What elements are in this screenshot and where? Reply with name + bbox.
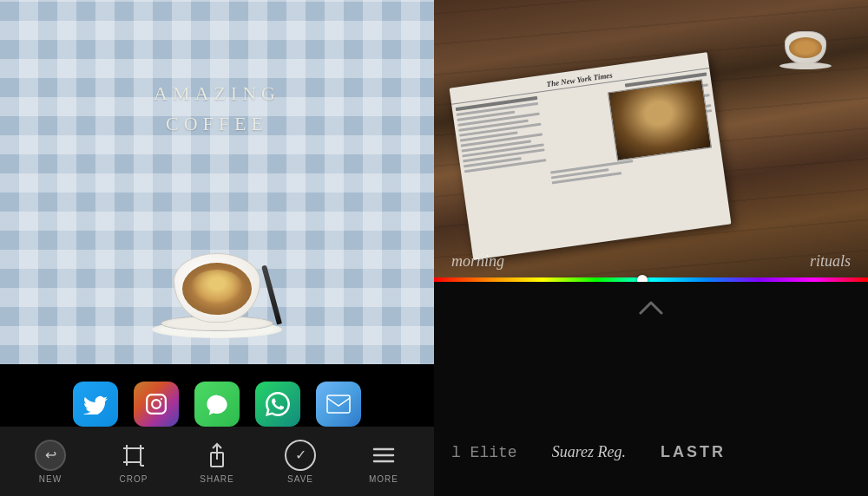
more-label: MORE	[369, 474, 398, 484]
share-button[interactable]: SHARE	[191, 440, 243, 484]
photo-text-line2: COFFEE	[0, 108, 434, 139]
crop-button[interactable]: CROP	[108, 440, 160, 484]
newspaper-photo: The New York Times	[434, 0, 868, 277]
right-cup-body	[785, 31, 826, 64]
font-carousel[interactable]: l Elite Suarez Reg. LASTR	[434, 443, 868, 461]
more-icon-wrap	[368, 440, 399, 471]
save-icon-wrap: ✓	[285, 440, 316, 471]
ios-icons-row	[0, 382, 434, 427]
coffee-photo: AMAZING COFFEE	[0, 0, 434, 364]
crop-icon-wrap	[118, 440, 149, 471]
chevron-up-icon[interactable]	[638, 299, 664, 321]
new-button[interactable]: ↩ NEW	[24, 440, 76, 484]
right-panel: The New York Times	[434, 0, 868, 496]
instagram-icon[interactable]	[134, 382, 179, 427]
new-icon-wrap: ↩	[35, 440, 66, 471]
svg-rect-0	[147, 395, 166, 414]
handwritten-left: morning	[451, 252, 504, 271]
left-toolbar: ↩ NEW	[0, 427, 434, 496]
font-item-elite[interactable]: l Elite	[451, 444, 517, 461]
right-cup-liquid	[789, 37, 822, 58]
svg-rect-3	[327, 395, 350, 413]
handwritten-right: rituals	[810, 252, 851, 271]
newspaper: The New York Times	[450, 52, 732, 260]
hamburger-icon	[372, 446, 395, 465]
font-item-lastr[interactable]: LASTR	[661, 443, 726, 461]
save-button[interactable]: ✓ SAVE	[274, 440, 326, 484]
back-arrow-icon: ↩	[35, 440, 66, 471]
share-icon	[206, 442, 228, 468]
handwritten-text: morning rituals	[434, 252, 868, 271]
save-label: SAVE	[287, 474, 313, 484]
crop-icon	[122, 443, 146, 467]
right-coffee-cup	[777, 13, 833, 69]
whatsapp-icon[interactable]	[255, 382, 300, 427]
right-cup-saucer	[779, 62, 832, 69]
messages-icon[interactable]	[194, 382, 240, 427]
new-label: NEW	[39, 474, 62, 484]
crop-label: CROP	[120, 474, 148, 484]
coffee-cup-illustration	[148, 199, 286, 338]
newspaper-col-2	[540, 84, 641, 237]
typography-panel: l Elite Suarez Reg. LASTR	[434, 282, 868, 496]
checkmark-icon: ✓	[285, 440, 316, 471]
mail-icon[interactable]	[316, 382, 361, 427]
font-item-suarez[interactable]: Suarez Reg.	[552, 443, 626, 461]
photo-text-overlay: AMAZING COFFEE	[0, 78, 434, 139]
app-container: AMAZING COFFEE	[0, 0, 868, 496]
newspaper-col-1	[456, 96, 557, 249]
latte-swirl	[191, 270, 243, 304]
svg-point-1	[152, 400, 161, 408]
svg-point-2	[161, 398, 162, 400]
share-icon-wrap	[201, 440, 233, 471]
photo-text-line1: AMAZING	[0, 78, 434, 108]
share-label: SHARE	[200, 474, 233, 484]
left-panel: AMAZING COFFEE	[0, 0, 434, 496]
more-button[interactable]: MORE	[358, 440, 410, 484]
twitter-icon[interactable]	[73, 382, 118, 427]
cup-body	[174, 253, 260, 323]
stylus	[261, 264, 282, 324]
newspaper-photo	[608, 79, 712, 161]
svg-rect-4	[127, 448, 141, 462]
